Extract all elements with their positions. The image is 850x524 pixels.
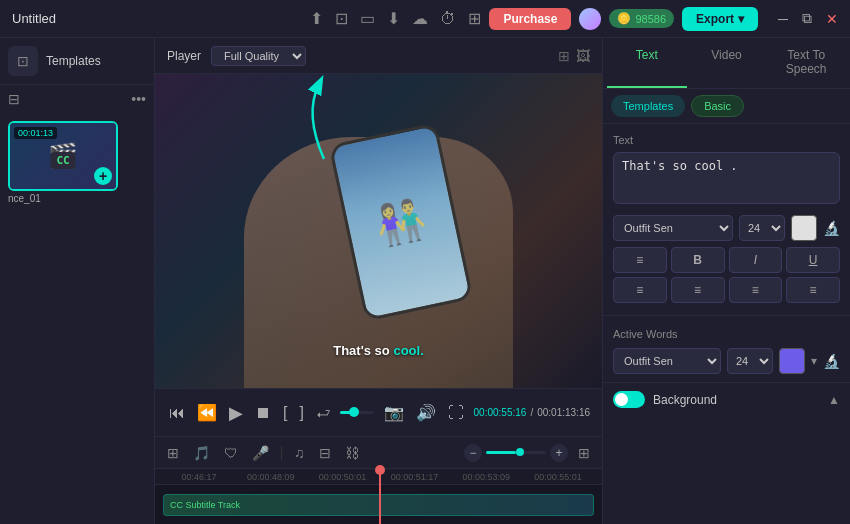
subtab-basic[interactable]: Basic [691, 95, 744, 117]
color-expand-icon[interactable]: ▾ [811, 354, 817, 368]
stop-button[interactable]: ⏹ [253, 402, 273, 424]
align-right-button[interactable]: ≡ [729, 277, 783, 303]
player-top-bar: Player Full Quality Half Quality ⊞ 🖼 [155, 38, 602, 74]
purchase-button[interactable]: Purchase [489, 8, 571, 30]
center-column: Player Full Quality Half Quality ⊞ 🖼 👫 [155, 38, 602, 524]
cloud-icon[interactable]: ☁ [412, 9, 428, 28]
sidebar-title: Templates [46, 54, 101, 68]
media-thumbnail[interactable]: 🎬 00:01:13 CC + [8, 121, 118, 191]
minimize-button[interactable]: ─ [778, 11, 788, 27]
camera-button[interactable]: 📷 [382, 401, 406, 424]
skip-back-button[interactable]: ⏮ [167, 402, 187, 424]
add-media-button[interactable]: + [94, 167, 112, 185]
right-panel: Text Video Text To Speech Templates Basi… [602, 38, 850, 524]
text-color-swatch[interactable] [791, 215, 817, 241]
list-item: 🎬 00:01:13 CC + nce_01 [8, 121, 146, 204]
subtab-templates[interactable]: Templates [611, 95, 685, 117]
player-controls: ⏮ ⏪ ▶ ⏹ [ ] ⮐ 📷 🔊 ⛶ 00:00:55:16 / 00:01:… [155, 388, 602, 436]
ruler-label-1: 00:00:48:09 [235, 472, 307, 482]
image-view-icon[interactable]: 🖼 [576, 48, 590, 64]
device-icon[interactable]: ⊡ [335, 9, 348, 28]
save-icon[interactable]: ⬇ [387, 9, 400, 28]
font-family-select[interactable]: Outfit Sen Arial [613, 215, 733, 241]
zoom-out-button[interactable]: − [464, 444, 482, 462]
sidebar-controls: ⊟ ••• [0, 85, 154, 113]
active-words-color-swatch[interactable] [779, 348, 805, 374]
share-icon[interactable]: ⬆ [310, 9, 323, 28]
play-button[interactable]: ▶ [227, 400, 245, 426]
background-expand-icon[interactable]: ▲ [828, 393, 840, 407]
media-label: nce_01 [8, 193, 146, 204]
subtitle-button[interactable]: ⊟ [315, 443, 335, 463]
time-display: 00:00:55:16 / 00:01:13:16 [474, 407, 590, 418]
active-words-section: Active Words Outfit Sen Arial 24 18 32 ▾… [603, 322, 850, 382]
add-to-timeline-button[interactable]: ⮐ [314, 403, 332, 423]
export-button[interactable]: Export ▾ [682, 7, 758, 31]
active-words-size-select[interactable]: 24 18 32 [727, 348, 773, 374]
background-toggle[interactable] [613, 391, 645, 408]
tab-text[interactable]: Text [607, 38, 687, 88]
align-left-button[interactable]: ≡ [613, 277, 667, 303]
timeline-tracks: CC Subtitle Track [155, 485, 602, 524]
player-label: Player [167, 49, 201, 63]
window-controls: ─ ⧉ ✕ [778, 10, 838, 27]
audio-button[interactable]: 🔊 [414, 401, 438, 424]
step-back-button[interactable]: ⏪ [195, 401, 219, 424]
timer-icon[interactable]: ⏱ [440, 10, 456, 28]
zoom-in-button[interactable]: + [550, 444, 568, 462]
font-size-select[interactable]: 24 18 32 [739, 215, 785, 241]
ruler-label-2: 00:00:50:01 [307, 472, 379, 482]
text-section: Text That's so cool . Outfit Sen Arial 2… [603, 124, 850, 309]
title-bar-icons: ⬆ ⊡ ▭ ⬇ ☁ ⏱ ⊞ [310, 9, 481, 28]
close-button[interactable]: ✕ [826, 11, 838, 27]
filter-icon[interactable]: ⊟ [8, 91, 20, 107]
background-row: Background ▲ [603, 382, 850, 416]
ruler-label-0: 00:46:17 [163, 472, 235, 482]
music-button[interactable]: ♫ [290, 443, 309, 463]
time-separator: / [530, 407, 533, 418]
audio-track-button[interactable]: 🎵 [189, 443, 214, 463]
add-media-tl-button[interactable]: ⊞ [163, 443, 183, 463]
track-label: CC Subtitle Track [170, 500, 240, 510]
text-input[interactable]: That's so cool . [613, 152, 840, 204]
format-underline-button[interactable]: U [786, 247, 840, 273]
mic-button[interactable]: 🎤 [248, 443, 273, 463]
progress-area [340, 411, 374, 414]
format-strikethrough-button[interactable]: ≡ [613, 247, 667, 273]
caption-overlay: That's so cool. [333, 343, 424, 358]
format-italic-button[interactable]: I [729, 247, 783, 273]
timeline-area: ⊞ 🎵 🛡 🎤 ♫ ⊟ ⛓ − + ⊞ 00:4 [155, 436, 602, 524]
active-words-font-select[interactable]: Outfit Sen Arial [613, 348, 721, 374]
zoom-slider[interactable] [486, 451, 546, 454]
grid-view-icon[interactable]: ⊞ [558, 48, 570, 64]
grid-icon[interactable]: ⊞ [468, 9, 481, 28]
fullscreen-button[interactable]: ⛶ [446, 402, 466, 424]
more-icon[interactable]: ••• [131, 91, 146, 107]
zoom-thumb [516, 448, 524, 456]
format-bold-button[interactable]: B [671, 247, 725, 273]
mark-in-button[interactable]: [ [281, 402, 289, 424]
video-content: 👫 That's so cool. [155, 74, 602, 388]
tab-text-to-speech[interactable]: Text To Speech [766, 38, 846, 88]
eyedropper-icon[interactable]: 🔬 [823, 220, 840, 236]
monitor-icon[interactable]: ▭ [360, 9, 375, 28]
align-center-button[interactable]: ≡ [671, 277, 725, 303]
shield-button[interactable]: 🛡 [220, 443, 242, 463]
tab-video[interactable]: Video [687, 38, 767, 88]
app-title: Untitled [12, 11, 56, 26]
mark-out-button[interactable]: ] [297, 402, 305, 424]
grid-layout-button[interactable]: ⊞ [574, 443, 594, 463]
active-words-label: Active Words [613, 328, 840, 340]
quality-select[interactable]: Full Quality Half Quality [211, 46, 306, 66]
maximize-button[interactable]: ⧉ [802, 10, 812, 27]
toolbar-divider [281, 446, 282, 460]
font-row: Outfit Sen Arial 24 18 32 🔬 [613, 215, 840, 241]
title-bar: Untitled ⬆ ⊡ ▭ ⬇ ☁ ⏱ ⊞ Purchase 🪙 98586 … [0, 0, 850, 38]
active-eyedropper-icon[interactable]: 🔬 [823, 353, 840, 369]
sidebar-icon[interactable]: ⊡ [8, 46, 38, 76]
caption-cool-word: cool. [393, 343, 423, 358]
align-justify-button[interactable]: ≡ [786, 277, 840, 303]
split-button[interactable]: ⛓ [341, 443, 363, 463]
progress-bar[interactable] [340, 411, 374, 414]
active-words-font-row: Outfit Sen Arial 24 18 32 ▾ 🔬 [613, 348, 840, 374]
